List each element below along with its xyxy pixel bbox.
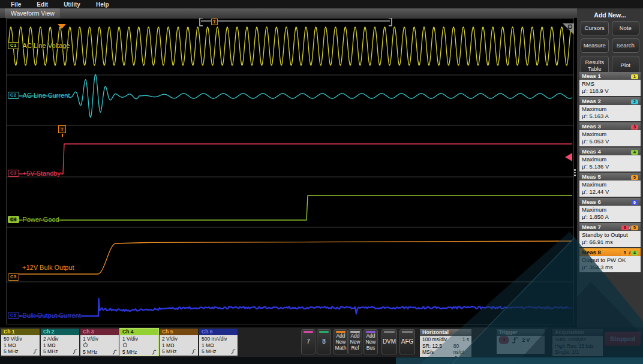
waveform-canvas[interactable] xyxy=(6,18,574,324)
search-button[interactable]: Search xyxy=(612,38,640,53)
meas-6-badge[interactable]: Meas 6 6 Maximumµ': 1.850 A xyxy=(579,198,641,222)
menu-help[interactable]: Help xyxy=(96,1,109,8)
add-new-bus-button[interactable]: Add New Bus xyxy=(363,329,378,354)
trigger-point-marker[interactable]: T xyxy=(58,125,66,133)
bottom-strip xyxy=(0,357,643,364)
channel-badge-c3: C3 xyxy=(8,170,19,177)
channel-label-text: +12V Bulk Output xyxy=(22,264,74,271)
menu-file[interactable]: File xyxy=(11,1,21,8)
trigger-level: 2 V xyxy=(522,337,530,344)
source-chip: 5 xyxy=(631,225,638,230)
record-overview-slider[interactable] xyxy=(201,20,390,22)
ch7-button[interactable]: 7 xyxy=(301,329,316,354)
cursors-button[interactable]: Cursors xyxy=(581,21,609,35)
record-right-bracket xyxy=(389,17,392,26)
probe-icon xyxy=(33,349,38,354)
trigger-source-chip: 3 xyxy=(499,336,509,344)
trigger-t-icon: T xyxy=(211,19,218,25)
probe-icon xyxy=(191,349,197,354)
probe-icon xyxy=(231,349,236,354)
channel-badge-c2: C2 xyxy=(8,92,19,99)
magnifier-icon xyxy=(566,24,573,31)
source-chip: 2 xyxy=(631,100,638,104)
measurement-list: Meas 1 1 RMSµ': 118.9 V Meas 2 2 Maximum… xyxy=(579,72,641,273)
menu-bar: File Edit Utility Help xyxy=(0,0,643,8)
channel-badge-c4: C4 xyxy=(8,216,19,223)
label-ch4[interactable]: C4 Power Good xyxy=(8,216,59,223)
menu-utility[interactable]: Utility xyxy=(64,1,80,8)
channel-label-text: Bulk Output Current xyxy=(23,312,81,319)
channel-label-text: AC Line Voltage xyxy=(23,42,70,49)
oscilloscope-screen: File Edit Utility Help Waveform View T T… xyxy=(0,0,643,364)
panel-drag-handle[interactable] xyxy=(574,168,576,178)
add-new-ref-button[interactable]: Add New Ref xyxy=(348,329,362,354)
source-chip: 3 xyxy=(621,225,629,230)
channel-badge-c1: C1 xyxy=(8,42,19,49)
afg-button[interactable]: AFG xyxy=(399,329,415,354)
source-chip: 5 xyxy=(631,175,638,180)
ch6-badge[interactable]: Ch 6 500 mA/div1 MΩ5 MHz xyxy=(199,329,238,356)
meas-1-badge[interactable]: Meas 1 1 RMSµ': 118.9 V xyxy=(579,72,641,96)
channel-label-text: +5V Standby xyxy=(23,170,61,177)
ch4-badge-selected[interactable]: Ch 4 1 V/div 5 MHz xyxy=(120,329,158,356)
ch3-badge[interactable]: Ch 3 1 V/div 5 MHz xyxy=(80,329,119,356)
label-ch1[interactable]: C1 AC Line Voltage xyxy=(8,42,70,49)
record-left-bracket xyxy=(199,17,203,26)
note-button[interactable]: Note xyxy=(612,21,640,35)
probe-head-icon xyxy=(83,342,88,348)
trigger-level-arrow-icon[interactable] xyxy=(565,153,572,161)
channel-badge-c6: C6 xyxy=(8,312,19,319)
run-stop-button[interactable]: Stopped xyxy=(605,332,641,346)
meas-7-badge[interactable]: Meas 7 3/5 Standby to Outputµ': 66.91 ms xyxy=(579,223,641,247)
source-chip: 3 xyxy=(631,125,638,130)
results-side-panel: Add New... Cursors Note Measure Search R… xyxy=(577,8,643,357)
label-ch2[interactable]: C2 AC Line Current xyxy=(8,92,70,99)
menu-edit[interactable]: Edit xyxy=(37,1,48,8)
probe-head-icon xyxy=(122,342,128,348)
label-ch3[interactable]: C3 +5V Standby xyxy=(8,170,61,177)
meas-3-badge[interactable]: Meas 3 3 Maximumµ': 5.053 V xyxy=(579,122,641,146)
zoom-corner-handle[interactable] xyxy=(563,23,574,35)
acquisition-badge[interactable]: Acquisition Auto, Analyze High Res: 16 b… xyxy=(552,329,603,356)
source-chip: 1 xyxy=(631,74,638,79)
ch8-button[interactable]: 8 xyxy=(317,329,331,354)
label-ch6[interactable]: C6 Bulk Output Current xyxy=(8,312,81,319)
source-chip: 4 xyxy=(631,251,638,255)
meas-4-badge[interactable]: Meas 4 4 Maximumµ': 5.136 V xyxy=(579,148,641,172)
add-new-header: Add New... xyxy=(577,8,643,21)
source-chip: 5 xyxy=(621,251,629,255)
meas-8-badge-selected[interactable]: Meas 8 5/4 Output to PW OKµ': 354.3 ms xyxy=(579,248,641,272)
label-ch5[interactable]: +12V Bulk Output C5 xyxy=(8,264,74,281)
dvm-button[interactable]: DVM xyxy=(381,329,397,354)
ch1-badge[interactable]: Ch 1 50 V/div1 MΩ5 MHz xyxy=(1,329,40,356)
source-chip: 6 xyxy=(631,200,638,205)
probe-icon xyxy=(73,349,78,354)
trigger-position-triangle-icon[interactable] xyxy=(58,24,66,29)
ch5-badge[interactable]: Ch 5 2 V/div1 MΩ5 MHz xyxy=(160,329,198,356)
trigger-badge[interactable]: Trigger 3 2 V xyxy=(497,329,545,354)
meas-5-badge[interactable]: Meas 5 5 Maximumµ': 12.44 V xyxy=(579,173,641,197)
probe-icon xyxy=(112,350,118,355)
channel-badge-c5: C5 xyxy=(8,273,19,281)
probe-icon xyxy=(152,350,157,355)
add-new-math-button[interactable]: Add New Math xyxy=(333,329,348,354)
meas-2-badge[interactable]: Meas 2 2 Maximumµ': 5.163 A xyxy=(579,97,641,121)
source-chip: 4 xyxy=(631,150,638,155)
channel-label-text: Power Good xyxy=(23,216,59,223)
settings-bar: Ch 1 50 V/div1 MΩ5 MHz Ch 2 2 A/div1 MΩ5… xyxy=(0,327,643,357)
ch2-badge[interactable]: Ch 2 2 A/div1 MΩ5 MHz xyxy=(41,329,79,356)
tab-waveform-view[interactable]: Waveform View xyxy=(5,8,61,18)
channel-label-text: AC Line Current xyxy=(23,92,70,99)
tab-row: Waveform View xyxy=(0,8,643,18)
rising-edge-icon xyxy=(512,337,519,344)
measure-button[interactable]: Measure xyxy=(581,38,609,53)
